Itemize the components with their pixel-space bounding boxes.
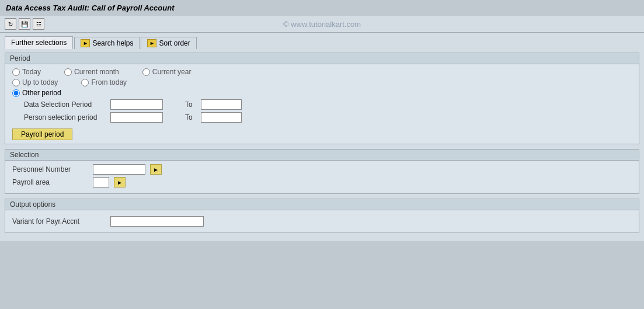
- search-helps-label: Search helps: [92, 39, 133, 47]
- personnel-number-input[interactable]: [93, 164, 145, 175]
- title-bar: Data Access Tax Audit: Call of Payroll A…: [0, 0, 644, 16]
- radio-current-year[interactable]: Current year: [142, 68, 192, 76]
- person-selection-period-label: Person selection period: [24, 113, 106, 121]
- radio-today[interactable]: Today: [12, 68, 41, 76]
- period-radio-row1: Today Current month Current year: [12, 68, 632, 76]
- person-selection-to-label: To: [185, 113, 193, 121]
- data-selection-period-from[interactable]: [110, 99, 163, 110]
- tab-search-helps[interactable]: ► Search helps: [74, 37, 140, 49]
- person-selection-period-from[interactable]: [110, 112, 163, 123]
- data-selection-period-label: Data Selection Period: [24, 100, 106, 109]
- period-section: Period Today Current month Current year: [5, 53, 639, 144]
- other-period-fields: Data Selection Period To Person selectio…: [12, 99, 632, 140]
- variant-payr-accnt-input[interactable]: [110, 216, 204, 227]
- selection-body: Personnel Number ► Payroll area ►: [5, 161, 639, 193]
- payroll-area-row: Payroll area ►: [12, 177, 632, 188]
- personnel-number-expand[interactable]: ►: [150, 164, 162, 175]
- page-title: Data Access Tax Audit: Call of Payroll A…: [6, 4, 174, 12]
- output-body: Variant for Payr.Accnt: [5, 210, 639, 232]
- radio-from-today[interactable]: From today: [81, 78, 127, 86]
- tab-bar: Further selections ► Search helps ► Sort…: [0, 33, 644, 49]
- selection-section: Selection Personnel Number ► Payroll are…: [5, 149, 639, 194]
- toolbar: ↻ 💾 ☷ © www.tutorialkart.com: [0, 16, 644, 33]
- payroll-period-button[interactable]: Payroll period: [12, 129, 72, 140]
- payroll-area-label: Payroll area: [12, 178, 88, 186]
- layout-icon[interactable]: ☷: [33, 18, 44, 30]
- selection-title: Selection: [5, 150, 639, 161]
- radio-current-month[interactable]: Current month: [64, 68, 119, 76]
- watermark: © www.tutorialkart.com: [283, 20, 361, 29]
- period-radio-row2: Up to today From today: [12, 78, 632, 86]
- data-selection-to-label: To: [185, 100, 193, 109]
- save-icon[interactable]: 💾: [19, 18, 30, 30]
- radio-up-to-today[interactable]: Up to today: [12, 78, 58, 86]
- person-selection-period-row: Person selection period To: [12, 112, 632, 123]
- back-icon[interactable]: ↻: [5, 18, 16, 30]
- output-section: Output options Variant for Payr.Accnt: [5, 199, 639, 233]
- variant-payr-accnt-label: Variant for Payr.Accnt: [12, 217, 106, 225]
- tab-sort-order[interactable]: ► Sort order: [141, 37, 196, 49]
- tab-further-selections[interactable]: Further selections: [5, 36, 73, 49]
- data-selection-period-to[interactable]: [201, 99, 242, 110]
- payroll-area-expand[interactable]: ►: [114, 177, 126, 188]
- period-title: Period: [5, 53, 639, 64]
- variant-payr-accnt-row: Variant for Payr.Accnt: [12, 214, 632, 229]
- payroll-area-input[interactable]: [93, 177, 109, 188]
- main-content: Period Today Current month Current year: [0, 49, 644, 241]
- further-selections-label: Further selections: [11, 39, 67, 47]
- personnel-number-label: Personnel Number: [12, 165, 88, 173]
- period-body: Today Current month Current year Up to t…: [5, 64, 639, 144]
- radio-other-period[interactable]: Other period: [12, 89, 61, 97]
- sort-order-label: Sort order: [159, 39, 190, 47]
- data-selection-period-row: Data Selection Period To: [12, 99, 632, 110]
- tab-arrow-sort: ►: [147, 39, 156, 47]
- output-title: Output options: [5, 199, 639, 210]
- tab-arrow-search: ►: [81, 39, 90, 47]
- personnel-number-row: Personnel Number ►: [12, 164, 632, 175]
- period-radio-row3: Other period: [12, 89, 632, 97]
- person-selection-period-to[interactable]: [201, 112, 242, 123]
